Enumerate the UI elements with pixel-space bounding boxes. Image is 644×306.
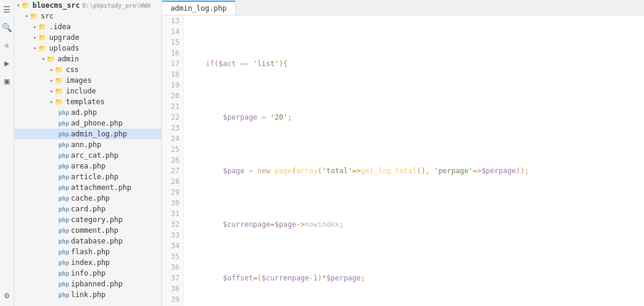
git-icon[interactable]: ⚛	[4, 40, 9, 50]
folder-label: upgrade	[49, 33, 79, 42]
file-article[interactable]: php article.php	[14, 171, 162, 182]
chevron-icon: ▸	[33, 35, 36, 40]
php-icon: php	[58, 152, 69, 159]
file-label: flash.php	[71, 248, 110, 256]
project-root[interactable]: ▾ 📁 bluecms_src D:\phpstudy_pro\WWW	[14, 0, 162, 11]
chevron-icon: ▸	[33, 24, 36, 30]
php-icon: php	[58, 260, 69, 266]
file-category[interactable]: php category.php	[14, 214, 162, 225]
activity-bar: ☰ 🔍 ⚛ ▶ ▣ ⚙	[0, 0, 14, 306]
folder-icon: 📁	[38, 23, 47, 31]
folder-icon: 📁	[55, 98, 63, 106]
search-icon[interactable]: 🔍	[2, 23, 12, 32]
folder-label: include	[66, 87, 96, 95]
php-icon: php	[58, 142, 69, 148]
folder-upgrade[interactable]: ▸ 📁 upgrade	[14, 32, 162, 43]
php-icon: php	[58, 195, 69, 202]
tab-label: admin_log.php	[171, 4, 227, 13]
ln-29: 29	[162, 187, 183, 198]
folder-templates[interactable]: ▸ 📁 templates	[14, 96, 162, 107]
file-label: ad.php	[71, 108, 97, 117]
code-lines: if($act == 'list'){ $perpage = '20'; $pa…	[184, 15, 644, 306]
chevron-icon: ▾	[24, 14, 30, 17]
extensions-icon[interactable]: ▣	[4, 76, 9, 86]
folder-src[interactable]: ▾ 📁 src	[14, 11, 162, 21]
ln-31: 31	[162, 208, 183, 219]
folder-label: .idea	[49, 23, 70, 31]
folder-images[interactable]: ▸ 📁 images	[14, 75, 162, 86]
php-icon: php	[58, 163, 69, 170]
code-line-16: $currenpage=$page->nowindex;	[184, 219, 644, 230]
php-icon: php	[58, 238, 69, 245]
file-label: link.php	[71, 291, 106, 299]
file-label: info.php	[71, 269, 106, 277]
code-editor: admin_log.php 13 14 15 16 17 18 19 20 21…	[162, 0, 644, 306]
code-line-15: $page = new page(array('total'=>get_log_…	[184, 166, 644, 176]
file-ad-phone[interactable]: php ad_phone.php	[14, 118, 162, 129]
file-label: card.php	[71, 205, 106, 213]
file-area[interactable]: php area.php	[14, 161, 162, 171]
file-card[interactable]: php card.php	[14, 204, 162, 214]
file-label: category.php	[71, 216, 123, 224]
php-icon: php	[58, 249, 69, 255]
file-index[interactable]: php index.php	[14, 257, 162, 268]
file-label: area.php	[71, 162, 106, 170]
folder-admin[interactable]: ▾ 📁 admin	[14, 54, 162, 64]
code-text: $page = new page(array('total'=>get_log_…	[188, 166, 529, 176]
project-path: D:\phpstudy_pro\WWW	[82, 2, 150, 9]
ln-30: 30	[162, 198, 183, 208]
settings-icon[interactable]: ⚙	[4, 291, 9, 300]
file-database[interactable]: php database.php	[14, 236, 162, 246]
ln-39: 39	[162, 294, 183, 305]
ln-16: 16	[162, 48, 183, 58]
files-icon[interactable]: ☰	[3, 5, 11, 14]
debug-icon[interactable]: ▶	[4, 58, 9, 68]
php-icon: php	[58, 174, 69, 180]
folder-icon: 📁	[55, 77, 63, 85]
folder-css[interactable]: ▸ 📁 css	[14, 64, 162, 75]
file-arc-cat[interactable]: php arc_cat.php	[14, 150, 162, 161]
code-text: $offset=($currenpage-1)*$perpage;	[188, 273, 365, 283]
folder-include[interactable]: ▸ 📁 include	[14, 86, 162, 96]
file-attachment[interactable]: php attachment.php	[14, 182, 162, 193]
file-cache[interactable]: php cache.php	[14, 193, 162, 204]
file-link[interactable]: php link.php	[14, 289, 162, 300]
file-info[interactable]: php info.php	[14, 268, 162, 279]
code-text: $currenpage=$page->nowindex;	[188, 219, 343, 230]
folder-uploads[interactable]: ▾ 📁 uploads	[14, 43, 162, 54]
ln-22: 22	[162, 112, 183, 123]
chevron-icon: ▾	[41, 57, 47, 60]
folder-icon: 📁	[21, 2, 30, 10]
ln-36: 36	[162, 262, 183, 273]
file-label: database.php	[71, 237, 123, 245]
ln-26: 26	[162, 155, 183, 166]
ln-19: 19	[162, 80, 183, 90]
php-icon: php	[58, 281, 69, 288]
file-ad[interactable]: php ad.php	[14, 107, 162, 118]
php-icon: php	[58, 292, 69, 298]
file-flash[interactable]: php flash.php	[14, 246, 162, 257]
project-name: bluecms_src	[32, 1, 79, 10]
tab-bar: admin_log.php	[162, 0, 644, 15]
php-icon: php	[58, 227, 69, 234]
file-label: cache.php	[71, 194, 110, 202]
php-icon: php	[58, 131, 69, 138]
php-icon: php	[58, 217, 69, 223]
folder-idea[interactable]: ▸ 📁 .idea	[14, 21, 162, 32]
ln-15: 15	[162, 37, 183, 48]
file-label: ann.php	[71, 140, 101, 149]
file-ipbanned[interactable]: php ipbanned.php	[14, 279, 162, 289]
file-ann[interactable]: php ann.php	[14, 139, 162, 150]
file-label: ad_phone.php	[71, 119, 123, 127]
file-label: index.php	[71, 258, 110, 267]
chevron-icon: ▸	[50, 77, 53, 83]
file-comment[interactable]: php comment.php	[14, 225, 162, 236]
ln-18: 18	[162, 69, 183, 80]
code-line-13: if($act == 'list'){	[184, 58, 644, 69]
file-label: attachment.php	[71, 183, 131, 192]
tab-admin-log[interactable]: admin_log.php	[162, 1, 236, 15]
ln-20: 20	[162, 90, 183, 101]
file-admin-log[interactable]: php admin_log.php	[14, 129, 162, 139]
chevron-icon: ▸	[50, 67, 53, 73]
ln-21: 21	[162, 101, 183, 112]
